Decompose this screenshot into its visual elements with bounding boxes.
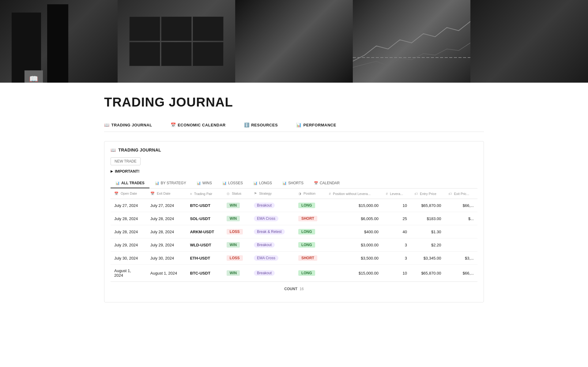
cell-status: LOSS — [223, 225, 250, 238]
monitor-cell — [193, 42, 223, 66]
cell-position-without-leverage: $400.00 — [325, 225, 382, 238]
status-badge: WIN — [227, 242, 240, 248]
tab-by-strategy-label: BY STRATEGY — [161, 181, 186, 185]
col-position-without-leverage: # Position without Levera... — [325, 189, 382, 199]
position-col-label: Position — [303, 192, 315, 195]
cell-status: WIN — [223, 265, 250, 282]
entry-price-col-icon: 🏷 — [414, 192, 418, 196]
status-badge: WIN — [227, 203, 240, 208]
nav-label-economic-calendar: ECONOMIC CALENDAR — [178, 123, 226, 127]
calendar-tab-icon: 📅 — [314, 181, 318, 185]
col-trading-pair: ≡ Trading Pair — [186, 189, 223, 199]
col-exit-date: 📅 Exit Date — [147, 189, 187, 199]
important-label: IMPORTANT! — [115, 169, 140, 174]
cell-status: LOSS — [223, 252, 250, 265]
important-section[interactable]: ▶ IMPORTANT! — [111, 169, 477, 174]
table-body: July 27, 2024 July 27, 2024 BTC-USDT WIN… — [111, 199, 477, 282]
tab-losses[interactable]: 📊 LOSSES — [217, 178, 248, 188]
hero-segment-3 — [235, 0, 353, 83]
nav-label-resources: RESOURCES — [251, 123, 278, 127]
cell-position: SHORT — [295, 212, 325, 225]
losses-tab-icon: 📊 — [222, 181, 227, 185]
nav-bar: 📖 TRADING JOURNAL 📅 ECONOMIC CALENDAR ℹ️… — [104, 119, 484, 132]
cell-open-date: July 30, 2024 — [111, 252, 147, 265]
wins-tab-icon: 📊 — [197, 181, 201, 185]
cell-entry-price: $65,870.00 — [411, 199, 445, 212]
table-row[interactable]: July 27, 2024 July 27, 2024 BTC-USDT WIN… — [111, 199, 477, 212]
table-row[interactable]: July 28, 2024 July 28, 2024 SOL-USDT WIN… — [111, 212, 477, 225]
table-header: 📅 Open Date 📅 Exit Date ≡ Trading Pair — [111, 189, 477, 199]
cell-leverage: 3 — [382, 252, 411, 265]
nav-item-economic-calendar[interactable]: 📅 ECONOMIC CALENDAR — [171, 119, 226, 132]
cell-position-without-leverage: $15,000.00 — [325, 199, 382, 212]
trading-pair-col-label: Trading Pair — [194, 192, 213, 196]
position-badge: LONG — [298, 242, 315, 248]
cell-exit-price: $66,... — [445, 199, 477, 212]
cell-trading-pair: ARKM-USDT — [186, 225, 223, 238]
strategy-badge: Break & Retest — [254, 229, 285, 234]
new-trade-button[interactable]: NEW TRADE — [111, 157, 141, 165]
tab-all-trades-label: ALL TRADES — [121, 181, 145, 185]
cell-status: WIN — [223, 212, 250, 225]
triangle-icon: ▶ — [111, 170, 113, 173]
col-entry-price: 🏷 Entry Price — [411, 189, 445, 199]
cell-strategy: Break & Retest — [250, 225, 295, 238]
all-trades-tab-icon: 📊 — [115, 181, 120, 185]
cell-exit-price — [445, 225, 477, 238]
strategy-badge: Breakout — [254, 242, 275, 248]
cell-position-without-leverage: $15,000.00 — [325, 265, 382, 282]
cell-position: LONG — [295, 265, 325, 282]
cell-strategy: Breakout — [250, 199, 295, 212]
monitor-cell — [161, 17, 192, 41]
nav-item-trading-journal[interactable]: 📖 TRADING JOURNAL — [104, 119, 152, 132]
cell-trading-pair: BTC-USDT — [186, 265, 223, 282]
nav-item-performance[interactable]: 📊 PERFORMANCE — [296, 119, 336, 132]
tab-by-strategy[interactable]: 📊 BY STRATEGY — [150, 178, 191, 188]
cell-strategy: EMA Cross — [250, 252, 295, 265]
cell-entry-price: $183.00 — [411, 212, 445, 225]
cell-position-without-leverage: $3,500.00 — [325, 252, 382, 265]
cell-open-date: August 1, 2024 — [111, 265, 147, 282]
resources-icon: ℹ️ — [244, 122, 250, 127]
table-container: 📅 Open Date 📅 Exit Date ≡ Trading Pair — [111, 189, 477, 282]
position-badge: LONG — [298, 270, 315, 276]
status-badge: LOSS — [227, 255, 243, 261]
tab-wins[interactable]: 📊 WINS — [192, 178, 217, 188]
strategy-badge: Breakout — [254, 270, 275, 276]
tab-calendar[interactable]: 📅 CALENDAR — [309, 178, 345, 188]
cell-position: LONG — [295, 225, 325, 238]
cell-leverage: 10 — [382, 199, 411, 212]
cell-strategy: Breakout — [250, 265, 295, 282]
cell-position: LONG — [295, 199, 325, 212]
col-open-date: 📅 Open Date — [111, 189, 147, 199]
nav-item-resources[interactable]: ℹ️ RESOURCES — [244, 119, 278, 132]
cell-leverage: 3 — [382, 238, 411, 252]
table-header-row: 📅 Open Date 📅 Exit Date ≡ Trading Pair — [111, 189, 477, 199]
cell-status: WIN — [223, 238, 250, 252]
tabs-bar: 📊 ALL TRADES 📊 BY STRATEGY 📊 WINS 📊 LOSS… — [111, 178, 477, 189]
cell-trading-pair: ETH-USDT — [186, 252, 223, 265]
monitor-cell — [129, 42, 160, 66]
cell-exit-price — [445, 238, 477, 252]
strategy-col-icon: ⚑ — [254, 192, 257, 195]
tab-shorts[interactable]: 📊 SHORTS — [277, 178, 308, 188]
table-row[interactable]: July 29, 2024 July 29, 2024 WLD-USDT WIN… — [111, 238, 477, 252]
cell-position-without-leverage: $3,000.00 — [325, 238, 382, 252]
strategy-col-label: Strategy — [259, 192, 272, 195]
performance-icon: 📊 — [296, 122, 302, 127]
chart-svg — [353, 0, 470, 83]
table-row[interactable]: July 28, 2024 July 28, 2024 ARKM-USDT LO… — [111, 225, 477, 238]
table-row[interactable]: July 30, 2024 July 30, 2024 ETH-USDT LOS… — [111, 252, 477, 265]
tab-all-trades[interactable]: 📊 ALL TRADES — [111, 178, 149, 188]
table-row[interactable]: August 1, 2024 August 1, 2024 BTC-USDT W… — [111, 265, 477, 282]
cell-entry-price: $3,345.00 — [411, 252, 445, 265]
cell-open-date: July 27, 2024 — [111, 199, 147, 212]
count-footer: COUNT 16 — [111, 282, 477, 296]
position-lev-col-label: Position without Levera... — [333, 192, 371, 196]
position-col-icon: ◑ — [298, 192, 301, 195]
journal-header-title: TRADING JOURNAL — [118, 148, 161, 152]
open-date-col-label: Open Date — [121, 192, 137, 195]
page-title: TRADING JOURNAL — [104, 95, 484, 110]
tab-longs[interactable]: 📊 LONGS — [248, 178, 277, 188]
position-badge: LONG — [298, 229, 315, 234]
